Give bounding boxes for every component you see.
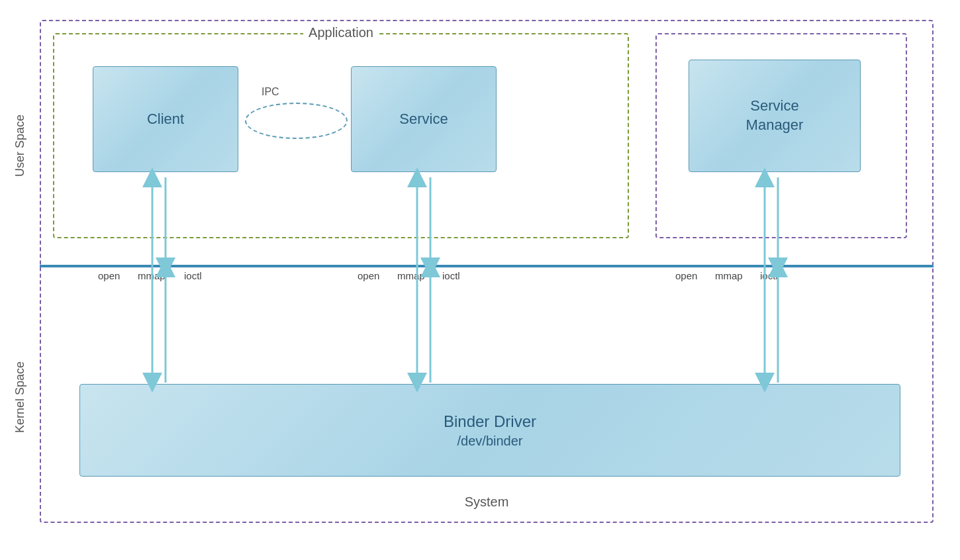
ipc-oval [245, 103, 348, 139]
client-mmap-label: mmap [138, 270, 166, 281]
application-label: Application [303, 25, 379, 40]
service-mmap-label: mmap [397, 270, 425, 281]
client-open-label: open [98, 270, 120, 281]
service-label: Service [399, 111, 448, 128]
binder-dev-label: /dev/binder [457, 434, 523, 449]
kernel-space-label: Kernel Space [13, 304, 27, 490]
client-label: Client [147, 111, 184, 128]
service-ioctl-label: ioctl [442, 270, 460, 281]
client-ioctl-label: ioctl [184, 270, 202, 281]
service-manager-label-line2: Manager [746, 116, 804, 135]
client-box: Client [93, 66, 238, 172]
system-label: System [465, 494, 509, 510]
ipc-label: IPC [262, 86, 279, 98]
service-manager-label-line1: Service [746, 97, 804, 116]
service-manager-inner-box: Service Manager [689, 60, 861, 172]
sm-mmap-label: mmap [715, 270, 743, 281]
diagram-container: System Application User Space Kernel Spa… [0, 0, 960, 560]
sm-ioctl-label: ioctl [760, 270, 778, 281]
service-box: Service [351, 66, 497, 172]
binder-driver-label: Binder Driver [444, 412, 536, 431]
service-open-label: open [358, 270, 379, 281]
sm-open-label: open [675, 270, 697, 281]
user-space-label: User Space [13, 53, 27, 238]
binder-driver-box: Binder Driver /dev/binder [79, 384, 900, 477]
kernel-line [40, 265, 934, 267]
